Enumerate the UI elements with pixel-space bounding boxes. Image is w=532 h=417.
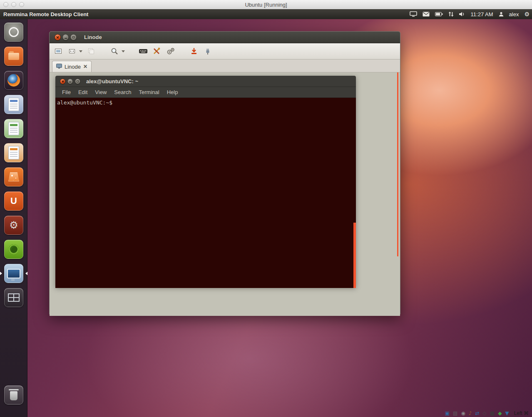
menu-help[interactable]: Help [163, 89, 182, 95]
fullscreen-button[interactable] [53, 46, 63, 56]
launcher-item-remmina[interactable] [0, 261, 27, 285]
vm-zoom-button[interactable] [19, 2, 24, 7]
tab-close-icon[interactable]: ✕ [83, 64, 87, 70]
remote-desktop-indicator-icon[interactable] [410, 11, 417, 17]
launcher-item-green-app[interactable] [0, 237, 27, 261]
vm-minimize-button[interactable] [11, 2, 16, 7]
vm-window-title: Ubuntu [Running] [0, 2, 532, 8]
fit-window-dropdown-icon[interactable] [79, 50, 82, 52]
terminal-minimize-button[interactable] [67, 79, 73, 84]
terminal-close-button[interactable] [60, 79, 65, 84]
vm-titlebar: Ubuntu [Running] [0, 0, 532, 10]
preferences-gears-button[interactable] [166, 46, 176, 56]
remmina-tabbar: Linode ✕ [50, 60, 400, 72]
screen: Ubuntu [Running] Remmina Remote Desktop … [0, 0, 532, 417]
tab-linode[interactable]: Linode ✕ [52, 61, 92, 72]
vbox-hard-disk-icon[interactable]: ▤ [453, 410, 457, 416]
running-indicator [0, 272, 2, 275]
launcher-item-firefox[interactable] [0, 68, 27, 92]
username-menu[interactable]: alex [509, 11, 519, 17]
vbox-optical-drive-icon[interactable]: ◉ [461, 410, 465, 416]
focused-indicator [25, 272, 27, 275]
libreoffice-calc-icon [4, 119, 23, 138]
disconnect-button[interactable] [189, 46, 199, 56]
active-app-title: Remmina Remote Desktop Client [3, 11, 88, 17]
clock[interactable]: 11:27 AM [471, 11, 493, 17]
remmina-window-title: Linode [84, 34, 102, 40]
launcher-item-dash-home[interactable] [0, 20, 27, 44]
indicator-area: 11:27 AM alex ⚙ [410, 9, 530, 19]
remote-screen-icon [56, 64, 62, 70]
launcher-item-workspace-switcher[interactable] [0, 285, 27, 310]
ubuntu-top-panel: Remmina Remote Desktop Client 11:27 AM a… [0, 9, 532, 19]
libreoffice-writer-icon [4, 95, 23, 114]
green-app-icon [4, 240, 23, 259]
battery-indicator-icon[interactable] [435, 12, 443, 16]
gear-icon: ⚙ [9, 220, 18, 230]
sync-indicator-icon[interactable] [448, 12, 454, 17]
terminal-window: alex@ubuntuVNC: ~ File Edit View Search … [55, 76, 356, 287]
remmina-window-buttons [55, 34, 77, 40]
terminal-window-buttons [60, 79, 80, 84]
zoom-dropdown-icon[interactable] [122, 50, 125, 52]
menu-file[interactable]: File [58, 89, 75, 95]
fit-window-button[interactable] [67, 46, 77, 56]
tab-label: Linode [65, 64, 81, 70]
remmina-titlebar[interactable]: Linode [50, 32, 400, 43]
terminal-maximize-button[interactable] [75, 79, 80, 84]
menu-edit[interactable]: Edit [75, 89, 91, 95]
firefox-icon [4, 71, 23, 90]
session-gear-icon[interactable]: ⚙ [524, 11, 530, 17]
vbox-mouse-integration-icon[interactable]: ▼ [505, 410, 509, 416]
vbox-display-icon[interactable]: ▣ [445, 410, 450, 416]
remmina-maximize-button[interactable] [70, 34, 77, 40]
vbox-usb-icon[interactable]: ◇ [483, 410, 487, 416]
user-icon [499, 12, 504, 17]
menu-terminal[interactable]: Terminal [135, 89, 163, 95]
duplicate-connection-button[interactable] [86, 46, 96, 56]
remmina-close-button[interactable] [55, 34, 61, 40]
launcher-item-home-folder[interactable] [0, 44, 27, 68]
zoom-button[interactable] [109, 46, 119, 56]
menu-search[interactable]: Search [110, 89, 135, 95]
terminal-prompt: alex@ubuntuVNC:~$ [57, 99, 112, 106]
dash-home-icon [4, 22, 23, 42]
plug-icon[interactable] [203, 46, 213, 56]
viewport-right-artifact [397, 72, 398, 256]
home-folder-icon [4, 47, 23, 66]
host-key-label: Left ⌘ [514, 410, 529, 416]
launcher-item-libreoffice-impress[interactable] [0, 141, 27, 165]
launcher-item-libreoffice-writer[interactable] [0, 92, 27, 117]
libreoffice-impress-icon [4, 143, 23, 162]
system-settings-icon: ⚙ [4, 216, 23, 235]
vm-close-button[interactable] [3, 2, 8, 7]
vbox-auto-resize-icon[interactable]: ◆ [498, 410, 502, 416]
mail-indicator-icon[interactable] [423, 12, 430, 17]
vbox-network-icon[interactable]: ⇄ [475, 410, 480, 416]
volume-indicator-icon[interactable] [459, 12, 465, 17]
launcher-item-system-settings[interactable]: ⚙ [0, 213, 27, 237]
remmina-minimize-button[interactable] [62, 34, 69, 40]
launcher-item-ubuntu-one[interactable]: U [0, 189, 27, 213]
remote-desktop-viewport[interactable]: alex@ubuntuVNC: ~ File Edit View Search … [50, 72, 400, 316]
vbox-audio-icon[interactable]: ♪ [469, 410, 472, 416]
terminal-menubar: File Edit View Search Terminal Help [55, 87, 356, 98]
tools-button[interactable] [152, 46, 162, 56]
launcher-item-software-center[interactable] [0, 165, 27, 189]
launcher-item-trash[interactable] [0, 383, 27, 407]
terminal-render-artifact [353, 223, 356, 288]
ubuntu-one-icon: U [4, 191, 23, 211]
vbox-shared-folders-icon[interactable]: ▦ [490, 410, 495, 416]
ubuntu-one-glyph: U [10, 196, 17, 206]
terminal-body[interactable]: alex@ubuntuVNC:~$ [55, 98, 356, 288]
remmina-toolbar [50, 43, 400, 60]
keyboard-grab-button[interactable] [138, 46, 148, 56]
vm-traffic-lights [3, 2, 24, 7]
terminal-titlebar[interactable]: alex@ubuntuVNC: ~ [55, 76, 356, 87]
launcher-item-libreoffice-calc[interactable] [0, 117, 27, 141]
remmina-window: Linode [49, 31, 400, 315]
vbox-status-bar: ▣ ▤ ◉ ♪ ⇄ ◇ ▦ ◆ ▼ Left ⌘ [445, 410, 529, 416]
workspace-switcher-icon [4, 288, 23, 307]
software-center-icon [4, 167, 23, 186]
menu-view[interactable]: View [91, 89, 110, 95]
